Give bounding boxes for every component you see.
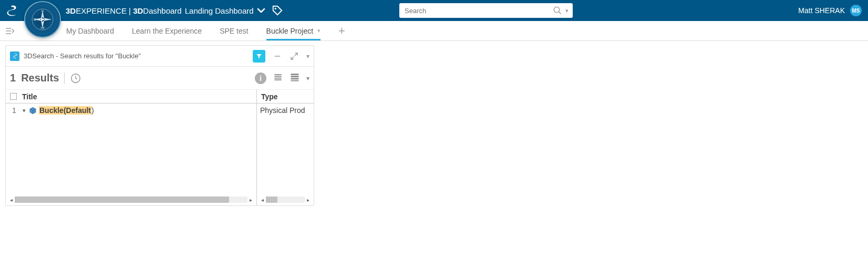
svg-text:V.R: V.R (40, 27, 45, 29)
tab-spe-test[interactable]: SPE test (220, 21, 248, 40)
brand-rest: EXPERIENCE (76, 6, 127, 15)
tabs: My Dashboard Learn the Experience SPE te… (66, 21, 345, 40)
search-box[interactable]: ▾ (399, 3, 573, 18)
user-block[interactable]: Matt SHERAK MS (798, 5, 862, 16)
table-row-type[interactable]: Physical Prod (257, 104, 314, 117)
header-type-label: Type (261, 92, 278, 101)
svg-point-6 (554, 7, 560, 13)
tab-my-dashboard[interactable]: My Dashboard (66, 21, 114, 40)
svg-rect-16 (291, 76, 299, 77)
svg-rect-14 (274, 79, 281, 80)
scroll-track[interactable] (266, 196, 305, 203)
search-dropdown-icon[interactable]: ▾ (565, 7, 569, 14)
svg-rect-18 (291, 80, 299, 81)
table-row[interactable]: 1 ▾ Buckle(Default) (6, 104, 256, 117)
history-icon[interactable] (70, 73, 81, 84)
search-widget: 3DSearch - Search results for "Buckle" ▾… (5, 45, 314, 206)
svg-line-7 (559, 12, 561, 14)
row-type: Physical Prod (260, 106, 305, 115)
breadcrumb-dropdown-icon[interactable] (257, 6, 265, 15)
title-block: 3DEXPERIENCE | 3DDashboard Landing Dashb… (66, 6, 265, 15)
scroll-right-icon[interactable]: ▸ (307, 197, 309, 203)
svg-point-8 (274, 8, 276, 9)
header-title-label: Title (22, 92, 37, 101)
search-icon[interactable] (553, 6, 562, 15)
column-type: Type Physical Prod ◂ ▸ (257, 90, 314, 205)
add-tab-button[interactable]: + (338, 24, 345, 38)
avatar-initials: MS (852, 8, 860, 14)
expand-icon[interactable] (290, 51, 299, 61)
scroll-thumb[interactable] (15, 196, 229, 203)
view-dropdown-icon[interactable]: ▾ (306, 75, 309, 82)
tag-icon[interactable] (272, 5, 283, 16)
scroll-right-icon[interactable]: ▸ (250, 197, 252, 203)
app-bold: 3D (133, 6, 143, 15)
breadcrumb: Landing Dashboard (185, 6, 254, 15)
view-list-icon[interactable] (290, 72, 300, 85)
svg-rect-17 (291, 78, 299, 79)
row-title: Buckle(Default) (39, 106, 94, 115)
svg-text:Vr: Vr (42, 10, 44, 13)
row-title-highlight: Buckle(Default (39, 106, 91, 115)
brand-prefix: 3D (66, 6, 76, 15)
compass-badge[interactable]: Vr 3D i V.R (24, 1, 61, 38)
results-bar: 1 Results i ▾ (6, 67, 314, 90)
widget-title: 3DSearch - Search results for "Buckle" (24, 52, 141, 60)
ds-logo (5, 4, 18, 17)
column-title: Title 1 ▾ Buckle(Default) ◂ ▸ (6, 90, 257, 205)
search-input[interactable] (399, 7, 553, 15)
avatar[interactable]: MS (850, 5, 862, 16)
header-type: Type (257, 90, 314, 104)
minimize-icon[interactable] (273, 51, 282, 61)
svg-rect-12 (274, 76, 281, 77)
header-title: Title (6, 90, 256, 104)
tab-dropdown-icon[interactable]: ▾ (317, 27, 321, 34)
scroll-left-icon[interactable]: ◂ (261, 197, 264, 203)
results-label: Results (21, 72, 59, 84)
product-icon (29, 107, 37, 115)
tab-strip: My Dashboard Learn the Experience SPE te… (0, 21, 868, 41)
svg-rect-15 (291, 74, 299, 75)
svg-text:i: i (50, 18, 50, 21)
select-all-checkbox[interactable] (10, 93, 17, 100)
filter-button[interactable] (253, 50, 265, 63)
svg-rect-13 (274, 77, 281, 78)
row-title-suffix: ) (91, 106, 94, 115)
widget-menu-dropdown-icon[interactable]: ▾ (306, 53, 309, 60)
menu-toggle-icon[interactable] (0, 26, 19, 36)
tab-learn-the-experience[interactable]: Learn the Experience (132, 21, 202, 40)
widget-header: 3DSearch - Search results for "Buckle" ▾ (6, 46, 314, 67)
hscroll-type[interactable]: ◂ ▸ (261, 196, 309, 203)
scroll-track[interactable] (15, 196, 247, 203)
user-name: Matt SHERAK (798, 6, 845, 15)
row-number: 1 (9, 106, 19, 115)
divider (64, 73, 65, 84)
results-table: Title 1 ▾ Buckle(Default) ◂ ▸ (6, 90, 314, 205)
info-icon[interactable]: i (255, 73, 266, 84)
scroll-left-icon[interactable]: ◂ (10, 197, 13, 203)
hscroll-title[interactable]: ◂ ▸ (10, 196, 252, 203)
scroll-thumb[interactable] (266, 196, 277, 203)
app-icon (10, 51, 19, 61)
svg-text:3D: 3D (33, 18, 37, 21)
top-bar: Vr 3D i V.R 3DEXPERIENCE | 3DDashboard L… (0, 0, 868, 21)
tab-buckle-project[interactable]: Buckle Project ▾ (266, 21, 321, 40)
view-compact-icon[interactable] (273, 72, 283, 85)
svg-rect-11 (274, 74, 281, 75)
results-count: 1 (10, 72, 16, 84)
expand-row-icon[interactable]: ▾ (23, 107, 26, 114)
app-rest: Dashboard (143, 6, 181, 15)
